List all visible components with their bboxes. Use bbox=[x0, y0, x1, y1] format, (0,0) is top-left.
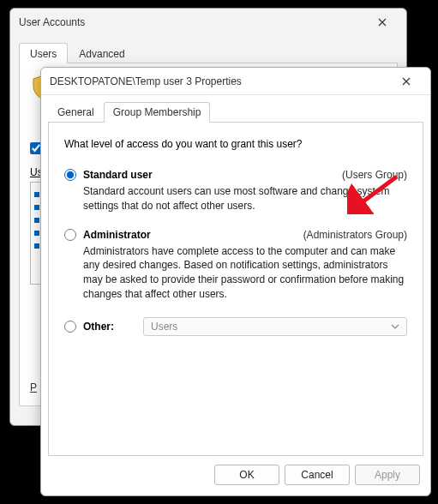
close-button[interactable] bbox=[367, 10, 398, 34]
administrator-description: Administrators have complete access to t… bbox=[83, 244, 407, 302]
tabstrip: General Group Membership bbox=[48, 102, 423, 123]
list-item[interactable] bbox=[34, 192, 39, 197]
other-group-selected: Users bbox=[151, 321, 177, 333]
option-administrator[interactable]: Administrator (Administrators Group) bbox=[64, 229, 407, 241]
standard-user-group: (Users Group) bbox=[342, 169, 407, 181]
administrator-group: (Administrators Group) bbox=[303, 229, 407, 241]
tab-general[interactable]: General bbox=[48, 102, 104, 123]
tab-advanced[interactable]: Advanced bbox=[68, 43, 135, 63]
window-title: User Accounts bbox=[19, 16, 367, 28]
option-standard-user[interactable]: Standard user (Users Group) bbox=[64, 169, 407, 181]
window-body: General Group Membership What level of a… bbox=[41, 95, 430, 495]
administrator-label: Administrator bbox=[83, 229, 151, 241]
standard-user-radio[interactable] bbox=[64, 169, 76, 181]
other-radio[interactable] bbox=[64, 321, 76, 333]
cancel-button[interactable]: Cancel bbox=[285, 465, 350, 485]
tab-users[interactable]: Users bbox=[19, 43, 68, 63]
dialog-buttons: OK Cancel Apply bbox=[48, 456, 423, 487]
titlebar: User Accounts bbox=[10, 9, 406, 36]
option-other[interactable]: Other: Users bbox=[64, 317, 407, 336]
titlebar: DESKTOPATONE\Temp user 3 Properties bbox=[41, 68, 430, 95]
list-item[interactable] bbox=[34, 218, 39, 223]
close-button[interactable] bbox=[391, 69, 422, 93]
standard-user-label: Standard user bbox=[83, 169, 153, 181]
close-icon bbox=[402, 77, 411, 86]
tabstrip: Users Advanced bbox=[19, 43, 398, 63]
properties-window: DESKTOPATONE\Temp user 3 Properties Gene… bbox=[40, 67, 431, 496]
other-group-select[interactable]: Users bbox=[143, 317, 407, 336]
list-item[interactable] bbox=[34, 231, 39, 236]
administrator-radio[interactable] bbox=[64, 229, 76, 241]
chevron-down-icon bbox=[391, 322, 399, 331]
access-prompt: What level of access do you want to gran… bbox=[64, 138, 407, 150]
tab-content: What level of access do you want to gran… bbox=[48, 123, 423, 456]
window-title: DESKTOPATONE\Temp user 3 Properties bbox=[50, 75, 391, 87]
other-label: Other: bbox=[83, 321, 114, 333]
apply-button[interactable]: Apply bbox=[355, 465, 420, 485]
tab-group-membership[interactable]: Group Membership bbox=[104, 102, 211, 123]
list-item[interactable] bbox=[34, 243, 39, 249]
close-icon bbox=[378, 18, 387, 27]
ok-button[interactable]: OK bbox=[214, 465, 279, 485]
password-section-label: P bbox=[30, 381, 37, 393]
standard-user-description: Standard account users can use most soft… bbox=[83, 184, 407, 213]
list-item[interactable] bbox=[34, 205, 39, 210]
